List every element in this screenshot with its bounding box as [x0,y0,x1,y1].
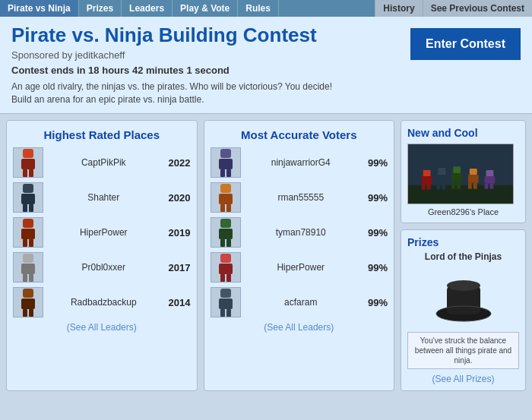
svg-rect-13 [457,182,461,189]
svg-rect-2 [423,171,431,177]
leader-score: 2019 [164,227,191,238]
table-row: HiperPower 2019 [13,217,191,248]
leader-score: 99% [361,192,388,204]
right-panel: New and Cool [401,120,526,391]
svg-rect-3 [422,176,432,184]
leader-name: HiperPower [245,262,357,273]
leader-score: 2017 [164,262,191,273]
table-row: tyman78910 99% [211,217,388,248]
leader-name: acfaram [245,297,357,308]
leader-name: tyman78910 [245,227,357,238]
table-row: acfaram 99% [211,287,388,317]
svg-rect-18 [486,171,494,177]
prize-description: You've struck the balance between all th… [407,332,519,369]
svg-rect-9 [442,183,445,190]
leader-score: 99% [361,297,388,308]
new-cool-panel: New and Cool [401,120,526,223]
main-content: Highest Rated Places CaptPikPik 2022 [0,114,532,397]
see-all-leaders-accurate[interactable]: (See All Leaders) [211,322,388,333]
avatar [13,182,43,213]
avatar [211,252,241,283]
leader-score: 2022 [164,157,191,169]
table-row: rman55555 99% [211,182,388,213]
leader-name: Shahter [48,192,160,203]
svg-rect-12 [451,182,455,189]
table-row: HiperPower 99% [211,252,388,283]
nav-play-vote[interactable]: Play & Vote [173,0,238,17]
avatar [13,147,43,178]
nav-rules[interactable]: Rules [238,0,279,17]
svg-rect-16 [468,183,472,189]
nav-right: History See Previous Contest [375,0,532,17]
highest-rated-title: Highest Rated Places [13,128,191,141]
new-cool-title: New and Cool [407,127,519,139]
svg-rect-5 [427,184,431,190]
see-all-prizes[interactable]: (See All Prizes) [407,374,519,384]
nav-see-previous[interactable]: See Previous Contest [423,0,532,17]
place-image [407,144,514,204]
place-caption: Green8296's Place [407,207,519,216]
svg-rect-10 [453,167,461,174]
avatar [211,147,241,178]
table-row: Shahter 2020 [13,182,191,213]
contest-title: Pirate vs. Ninja Building Contest [11,24,338,47]
svg-rect-17 [473,183,477,189]
nav-leaders[interactable]: Leaders [122,0,173,17]
avatar [211,182,241,213]
table-row: Pr0bl0xxer 2017 [13,252,191,283]
most-accurate-title: Most Accurate Voters [211,128,388,141]
leader-name: ninjawarriorG4 [245,157,357,168]
svg-rect-8 [436,183,440,190]
leader-name: Pr0bl0xxer [48,262,160,273]
description-text: An age old rivalry, the ninjas vs. the p… [11,81,346,106]
sponsor-text: Sponsored by jeditkacheff [11,49,346,61]
nav-history[interactable]: History [375,0,422,17]
svg-rect-20 [485,184,489,189]
leader-score: 2014 [164,297,191,308]
leader-score: 99% [361,157,388,169]
svg-rect-15 [468,175,479,183]
leader-score: 2020 [164,192,191,204]
leader-score: 99% [361,262,388,273]
leader-score: 99% [361,227,388,238]
enter-contest-button[interactable]: Enter Contest [410,28,521,60]
prize-name: Lord of the Pinjas [407,251,519,262]
header-left: Pirate vs. Ninja Building Contest Sponso… [11,24,346,106]
prizes-panel: Prizes Lord of the Pinjas You've struck … [401,229,526,391]
prizes-title: Prizes [407,236,519,248]
svg-rect-4 [422,184,426,190]
svg-rect-7 [436,175,447,183]
prize-image [433,267,494,327]
svg-rect-11 [451,173,462,182]
place-scene-svg [408,144,513,204]
svg-rect-14 [470,169,477,175]
see-all-leaders-highest[interactable]: (See All Leaders) [13,322,191,333]
avatar [13,217,43,248]
leader-name: Radbadzbackup [48,297,160,308]
table-row: Radbadzbackup 2014 [13,287,191,317]
avatar [13,287,43,317]
svg-rect-19 [485,176,496,184]
highest-rated-panel: Highest Rated Places CaptPikPik 2022 [6,120,198,391]
nav-pirate-vs-ninja[interactable]: Pirate vs Ninja [0,0,79,17]
leader-name: HiperPower [48,227,160,238]
most-accurate-panel: Most Accurate Voters ninjawarriorG4 99% [204,120,395,391]
svg-rect-21 [489,184,493,189]
avatar [211,217,241,248]
table-row: ninjawarriorG4 99% [211,147,388,178]
svg-point-24 [447,280,480,291]
table-row: CaptPikPik 2022 [13,147,191,178]
leader-name: rman55555 [245,192,357,203]
header: Pirate vs. Ninja Building Contest Sponso… [0,17,532,114]
avatar [13,252,43,283]
nav-prizes[interactable]: Prizes [79,0,122,17]
leader-name: CaptPikPik [48,157,160,168]
svg-rect-6 [438,169,445,175]
left-panels: Highest Rated Places CaptPikPik 2022 [6,120,394,391]
top-nav: Pirate vs Ninja Prizes Leaders Play & Vo… [0,0,532,17]
avatar [211,287,241,317]
timer-text: Contest ends in 18 hours 42 minutes 1 se… [11,65,346,76]
